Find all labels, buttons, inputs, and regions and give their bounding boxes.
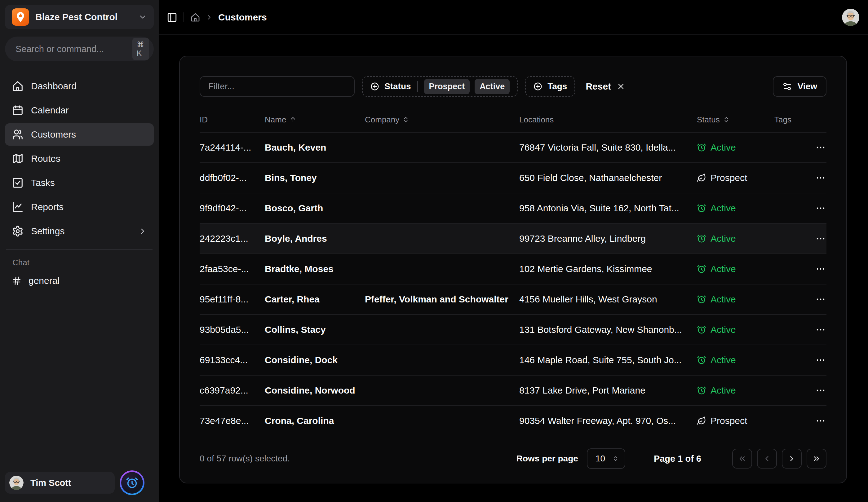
reset-filters-button[interactable]: Reset <box>582 81 628 92</box>
status-badge: Active <box>697 264 774 274</box>
status-badge: Active <box>697 142 774 153</box>
row-actions-button[interactable] <box>814 353 828 367</box>
cell-name: Bauch, Keven <box>265 142 365 153</box>
view-options-button[interactable]: View <box>773 76 826 97</box>
status-badge: Active <box>697 324 774 335</box>
calendar-icon <box>12 104 23 116</box>
panel-left-icon <box>167 12 177 23</box>
sidebar-item-reports[interactable]: Reports <box>5 196 154 218</box>
first-page-button[interactable] <box>732 449 752 469</box>
sidebar-item-customers[interactable]: Customers <box>5 123 154 146</box>
table-row[interactable]: 93b05da5... Collins, Stacy 131 Botsford … <box>200 314 826 345</box>
column-header-locations: Locations <box>519 115 697 125</box>
sidebar-item-settings[interactable]: Settings <box>5 220 154 242</box>
table-row[interactable]: 7a244114-... Bauch, Keven 76847 Victoria… <box>200 132 826 163</box>
cell-name: Considine, Norwood <box>265 385 365 396</box>
app-logo-flame-pin-icon <box>12 8 29 26</box>
sidebar-item-tasks[interactable]: Tasks <box>5 172 154 194</box>
row-actions-button[interactable] <box>814 201 828 216</box>
table-header-row: ID Name Company <box>200 107 826 132</box>
row-actions-button[interactable] <box>814 231 828 246</box>
status-filter-button[interactable]: Status Prospect Active <box>362 76 518 97</box>
chevrons-right-icon <box>812 454 821 463</box>
sidebar-nav: Dashboard Calendar Customers Routes Task… <box>5 75 154 242</box>
team-switcher[interactable]: Blaze Pest Control <box>5 5 154 29</box>
row-actions-button[interactable] <box>814 383 828 398</box>
sidebar-item-routes[interactable]: Routes <box>5 147 154 170</box>
table-row[interactable]: ddfb0f02-... Bins, Toney 650 Field Close… <box>200 163 826 193</box>
sidebar-item-label: Tasks <box>31 178 55 188</box>
chevron-right-icon <box>138 227 147 236</box>
column-header-name[interactable]: Name <box>265 115 365 125</box>
ellipsis-icon <box>815 294 826 305</box>
timer-button[interactable] <box>120 470 144 495</box>
last-page-button[interactable] <box>807 449 826 469</box>
search-input[interactable] <box>16 44 132 54</box>
user-avatar <box>9 476 23 490</box>
table-row[interactable]: 242223c1... Boyle, Andres 99723 Breanne … <box>200 223 826 253</box>
status-badge: Prospect <box>697 172 774 183</box>
alarm-clock-icon <box>697 203 706 213</box>
tags-filter-label: Tags <box>547 82 567 92</box>
breadcrumb-current: Customers <box>218 12 267 23</box>
ellipsis-icon <box>815 324 826 335</box>
cell-id: 9f9df042-... <box>200 203 265 213</box>
alarm-clock-icon <box>697 143 706 152</box>
sidebar-toggle-button[interactable] <box>167 12 177 23</box>
sidebar-item-label: Dashboard <box>31 81 76 92</box>
chevrons-left-icon <box>738 454 746 463</box>
row-actions-button[interactable] <box>814 323 828 337</box>
cell-id: 95ef11ff-8... <box>200 294 265 305</box>
row-actions-button[interactable] <box>814 414 828 428</box>
cell-id: 7a244114-... <box>200 142 265 153</box>
cell-location: 4156 Mueller Hills, West Grayson <box>519 294 697 305</box>
command-search[interactable]: ⌘ K <box>5 36 154 61</box>
row-actions-button[interactable] <box>814 292 828 306</box>
cell-id: 69133cc4... <box>200 355 265 365</box>
table-row[interactable]: 95ef11ff-8... Carter, Rhea Pfeffer, Volk… <box>200 284 826 314</box>
breadcrumb-home-button[interactable] <box>190 12 200 22</box>
cell-location: 99723 Breanne Alley, Lindberg <box>519 233 697 244</box>
table-row[interactable]: c6397a92... Considine, Norwood 8137 Lake… <box>200 375 826 405</box>
table-body: 7a244114-... Bauch, Keven 76847 Victoria… <box>200 132 826 436</box>
sidebar-item-calendar[interactable]: Calendar <box>5 99 154 122</box>
alarm-clock-icon <box>697 355 706 365</box>
table-row[interactable]: 73e47e8e... Crona, Carolina 90354 Walter… <box>200 405 826 436</box>
profile-menu-button[interactable] <box>842 9 859 26</box>
row-actions-button[interactable] <box>814 140 828 155</box>
column-header-status[interactable]: Status <box>697 115 774 125</box>
previous-page-button[interactable] <box>757 449 777 469</box>
cell-location: 102 Mertie Gardens, Kissimmee <box>519 264 697 274</box>
users-icon <box>12 129 23 140</box>
chart-line-icon <box>12 201 23 213</box>
cell-location: 958 Antonia Via, Suite 162, North Tat... <box>519 203 697 213</box>
status-badge: Active <box>697 355 774 365</box>
tags-filter-button[interactable]: Tags <box>525 76 575 97</box>
filter-input[interactable] <box>200 76 355 97</box>
table-row[interactable]: 9f9df042-... Bosco, Garth 958 Antonia Vi… <box>200 193 826 223</box>
sidebar-item-dashboard[interactable]: Dashboard <box>5 75 154 97</box>
chevron-right-icon <box>787 454 796 463</box>
map-icon <box>12 153 23 165</box>
cell-location: 650 Field Close, Nathanaelchester <box>519 172 697 183</box>
content: Status Prospect Active Tags Reset View <box>159 35 868 502</box>
page-indicator: Page 1 of 6 <box>654 454 701 464</box>
arrow-up-icon <box>289 116 297 123</box>
table-row[interactable]: 2faa53ce-... Bradtke, Moses 102 Mertie G… <box>200 253 826 284</box>
main-area: Customers <box>159 0 868 502</box>
rows-per-page-select[interactable]: 10 <box>587 448 625 469</box>
alarm-clock-icon <box>697 264 706 274</box>
user-menu[interactable]: Tim Scott <box>5 472 115 494</box>
ellipsis-icon <box>815 264 826 274</box>
ellipsis-icon <box>815 203 826 213</box>
row-actions-button[interactable] <box>814 262 828 276</box>
chat-channel-general[interactable]: general <box>5 271 154 291</box>
table-row[interactable]: 69133cc4... Considine, Dock 146 Maple Ro… <box>200 345 826 375</box>
column-header-company[interactable]: Company <box>365 115 519 125</box>
sidebar-item-label: Customers <box>31 129 76 140</box>
gear-icon <box>12 225 23 237</box>
status-badge: Prospect <box>697 416 774 426</box>
cell-location: 146 Maple Road, Suite 755, South Jo... <box>519 355 697 365</box>
row-actions-button[interactable] <box>814 171 828 185</box>
next-page-button[interactable] <box>782 449 802 469</box>
